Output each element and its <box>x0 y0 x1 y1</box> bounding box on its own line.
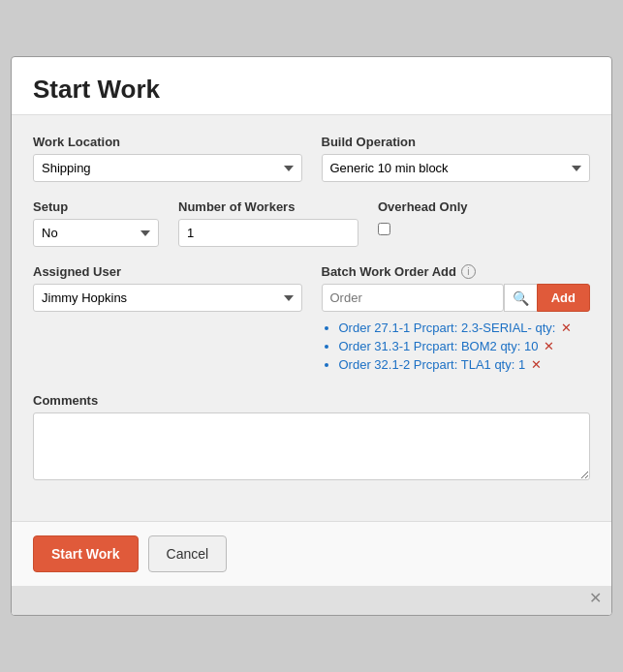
modal-footer: Start Work Cancel <box>12 521 611 586</box>
build-operation-select[interactable]: Generic 10 min block <box>322 154 591 182</box>
comments-section: Comments <box>33 393 590 484</box>
order-3-remove[interactable]: ✕ <box>531 357 542 372</box>
assigned-user-group: Assigned User Jimmy Hopkins <box>33 264 302 312</box>
batch-order-input[interactable] <box>322 284 504 312</box>
start-work-button[interactable]: Start Work <box>33 535 139 572</box>
page-title: Start Work <box>33 75 590 105</box>
workers-group: Number of Workers <box>178 199 358 247</box>
list-item: Order 31.3-1 Prcpart: BOM2 qty: 10 ✕ <box>339 339 591 353</box>
order-2-link[interactable]: Order 31.3-1 Prcpart: BOM2 qty: 10 <box>339 339 543 353</box>
order-3-link[interactable]: Order 32.1-2 Prcpart: TLA1 qty: 1 <box>339 357 529 372</box>
row-setup: Setup No Number of Workers Overhead Only <box>33 199 590 247</box>
work-location-label: Work Location <box>33 135 302 149</box>
modal-header: Start Work <box>12 57 611 115</box>
batch-info-icon: i <box>461 264 476 279</box>
overhead-group: Overhead Only <box>378 199 475 247</box>
assigned-user-select[interactable]: Jimmy Hopkins <box>33 284 302 312</box>
modal-body: Work Location Shipping Build Operation G… <box>12 115 611 521</box>
row-locations: Work Location Shipping Build Operation G… <box>33 135 590 182</box>
workers-label: Number of Workers <box>178 199 358 214</box>
build-operation-label: Build Operation <box>322 135 591 149</box>
modal-bottom-bar: ✕ <box>12 586 611 615</box>
cancel-button[interactable]: Cancel <box>148 535 228 572</box>
close-icon[interactable]: ✕ <box>589 589 602 607</box>
batch-list: Order 27.1-1 Prcpart: 2.3-SERIAL- qty: ✕… <box>322 321 591 376</box>
comments-textarea[interactable] <box>33 412 590 480</box>
batch-group: Batch Work Order Add i 🔍 Add Order 27.1-… <box>322 264 591 376</box>
order-2-remove[interactable]: ✕ <box>544 339 554 353</box>
list-item: Order 27.1-1 Prcpart: 2.3-SERIAL- qty: ✕ <box>339 321 591 335</box>
setup-select[interactable]: No <box>33 219 159 247</box>
workers-input[interactable] <box>178 219 358 247</box>
batch-search-button[interactable]: 🔍 <box>504 284 537 312</box>
batch-add-button[interactable]: Add <box>537 284 590 312</box>
batch-label-row: Batch Work Order Add i <box>322 264 591 279</box>
order-1-remove[interactable]: ✕ <box>561 321 572 335</box>
work-location-select[interactable]: Shipping <box>33 154 302 182</box>
list-item: Order 32.1-2 Prcpart: TLA1 qty: 1 ✕ <box>339 357 591 372</box>
overhead-label: Overhead Only <box>378 199 475 214</box>
setup-group: Setup No <box>33 199 159 247</box>
overhead-checkbox[interactable] <box>378 223 390 235</box>
setup-label: Setup <box>33 199 159 214</box>
order-1-link[interactable]: Order 27.1-1 Prcpart: 2.3-SERIAL- qty: <box>339 321 560 335</box>
build-operation-group: Build Operation Generic 10 min block <box>322 135 591 182</box>
modal: Start Work Work Location Shipping Build … <box>11 56 612 616</box>
assigned-user-label: Assigned User <box>33 264 302 279</box>
comments-label: Comments <box>33 393 590 408</box>
row-user-batch: Assigned User Jimmy Hopkins Batch Work O… <box>33 264 590 376</box>
overhead-checkbox-row <box>378 219 475 235</box>
batch-label: Batch Work Order Add <box>322 264 456 279</box>
batch-input-row: 🔍 Add <box>322 284 591 312</box>
work-location-group: Work Location Shipping <box>33 135 302 182</box>
